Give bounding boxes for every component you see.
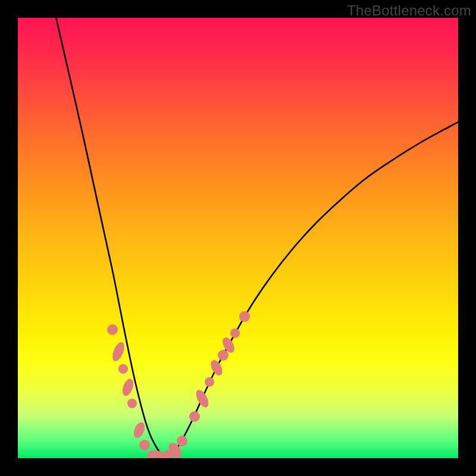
marker-pill-12 — [193, 388, 211, 409]
marker-dot-6 — [139, 440, 150, 450]
curve-left_branch — [55, 18, 164, 456]
marker-dot-15 — [218, 350, 228, 361]
marker-pill-5 — [131, 421, 146, 440]
watermark-text: TheBottleneck.com — [347, 2, 471, 19]
marker-pill-1 — [110, 340, 127, 363]
plot-area — [18, 18, 458, 458]
marker-dot-17 — [230, 328, 240, 338]
marker-dot-4 — [127, 399, 137, 408]
marker-pill-7 — [147, 450, 164, 458]
marker-pill-3 — [120, 377, 135, 397]
markers-group — [107, 311, 250, 458]
marker-dot-11 — [189, 411, 200, 422]
outer-frame: TheBottleneck.com — [0, 0, 476, 476]
marker-dot-13 — [205, 377, 214, 387]
curve-right_branch — [164, 119, 458, 456]
marker-dot-10 — [177, 436, 187, 446]
chart-svg — [18, 18, 458, 458]
marker-dot-0 — [107, 324, 118, 335]
marker-pill-14 — [208, 358, 224, 377]
marker-dot-18 — [239, 311, 250, 322]
series-group — [55, 18, 458, 456]
marker-dot-2 — [118, 364, 128, 374]
